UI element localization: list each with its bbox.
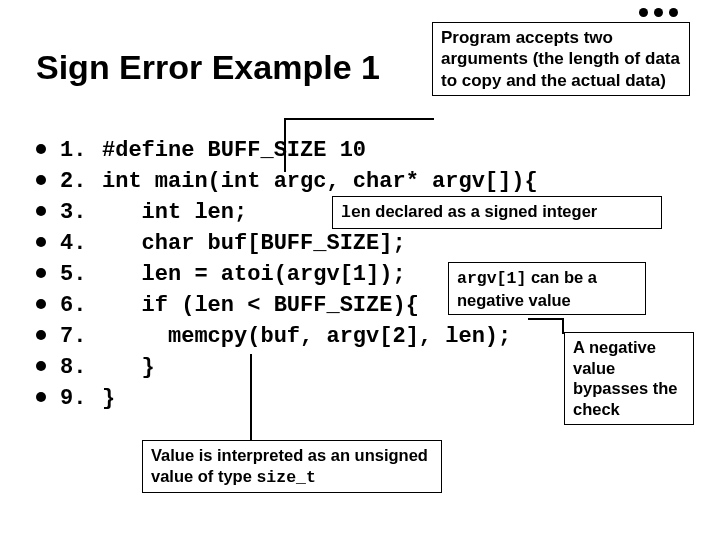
bullet-icon [36,299,46,309]
slide-title: Sign Error Example 1 [36,48,380,87]
code-line: 8. } [36,355,538,380]
bullet-icon [36,237,46,247]
code-line: 1. #define BUFF_SIZE 10 [36,138,538,163]
callout-bypass-check: A negative value bypasses the check [564,332,694,425]
callout-program-args: Program accepts two arguments (the lengt… [432,22,690,96]
line-number: 7. [60,324,102,349]
bullet-icon [36,175,46,185]
code-text: memcpy(buf, argv[2], len); [102,324,511,349]
code-text: #define BUFF_SIZE 10 [102,138,366,163]
connector-line [284,118,434,120]
line-number: 1. [60,138,102,163]
line-number: 5. [60,262,102,287]
code-text: } [102,355,155,380]
callout-size-t: Value is interpreted as an unsigned valu… [142,440,442,493]
bullet-icon [36,268,46,278]
code-text: int main(int argc, char* argv[]){ [102,169,538,194]
code-line: 5. len = atoi(argv[1]); [36,262,538,287]
dot-icon [669,8,678,17]
code-text: char buf[BUFF_SIZE]; [102,231,406,256]
line-number: 9. [60,386,102,411]
bullet-icon [36,330,46,340]
line-number: 6. [60,293,102,318]
bullet-icon [36,392,46,402]
bullet-icon [36,206,46,216]
code-line: 3. int len; [36,200,538,225]
code-line: 6. if (len < BUFF_SIZE){ [36,293,538,318]
code-block: 1. #define BUFF_SIZE 10 2. int main(int … [36,138,538,417]
callout-code-token: size_t [256,468,315,487]
code-text: len = atoi(argv[1]); [102,262,406,287]
dot-icon [639,8,648,17]
line-number: 2. [60,169,102,194]
decorative-dots [639,8,678,17]
bullet-icon [36,361,46,371]
line-number: 4. [60,231,102,256]
code-line: 7. memcpy(buf, argv[2], len); [36,324,538,349]
code-text: } [102,386,115,411]
code-line: 2. int main(int argc, char* argv[]){ [36,169,538,194]
bullet-icon [36,144,46,154]
connector-line [562,318,564,334]
dot-icon [654,8,663,17]
code-text: int len; [102,200,247,225]
line-number: 8. [60,355,102,380]
code-line: 4. char buf[BUFF_SIZE]; [36,231,538,256]
code-line: 9. } [36,386,538,411]
code-text: if (len < BUFF_SIZE){ [102,293,419,318]
line-number: 3. [60,200,102,225]
